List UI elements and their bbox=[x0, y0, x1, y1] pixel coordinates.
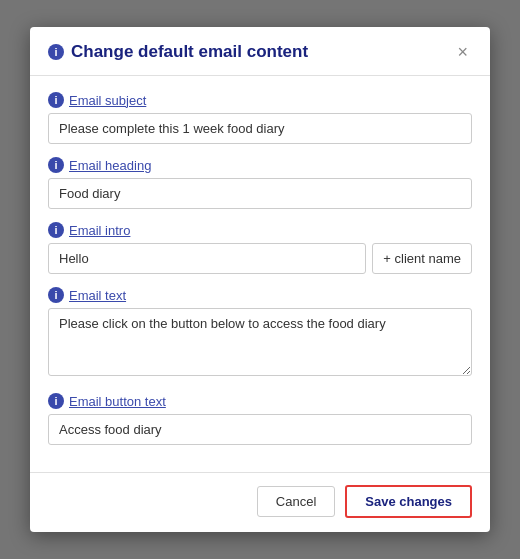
button-text-input[interactable] bbox=[48, 414, 472, 445]
modal-footer: Cancel Save changes bbox=[30, 472, 490, 532]
heading-field-group: i Email heading bbox=[48, 157, 472, 209]
text-info-icon: i bbox=[48, 287, 64, 303]
button-text-field-group: i Email button text bbox=[48, 393, 472, 445]
intro-input[interactable] bbox=[48, 243, 366, 274]
modal-title-text: Change default email content bbox=[71, 42, 308, 62]
button-text-info-icon: i bbox=[48, 393, 64, 409]
intro-field-group: i Email intro + client name bbox=[48, 222, 472, 274]
subject-label: i Email subject bbox=[48, 92, 472, 108]
subject-field-group: i Email subject bbox=[48, 92, 472, 144]
text-textarea[interactable]: Please click on the button below to acce… bbox=[48, 308, 472, 376]
modal-body: i Email subject i Email heading i Email … bbox=[30, 76, 490, 468]
text-label: i Email text bbox=[48, 287, 472, 303]
subject-input[interactable] bbox=[48, 113, 472, 144]
title-info-icon: i bbox=[48, 44, 64, 60]
heading-info-icon: i bbox=[48, 157, 64, 173]
client-name-button[interactable]: + client name bbox=[372, 243, 472, 274]
modal-dialog: i Change default email content × i Email… bbox=[30, 27, 490, 532]
cancel-button[interactable]: Cancel bbox=[257, 486, 335, 517]
intro-row: + client name bbox=[48, 243, 472, 274]
text-field-group: i Email text Please click on the button … bbox=[48, 287, 472, 380]
close-button[interactable]: × bbox=[453, 41, 472, 63]
modal-header: i Change default email content × bbox=[30, 27, 490, 76]
button-text-label: i Email button text bbox=[48, 393, 472, 409]
subject-info-icon: i bbox=[48, 92, 64, 108]
heading-label: i Email heading bbox=[48, 157, 472, 173]
modal-title: i Change default email content bbox=[48, 42, 308, 62]
save-changes-button[interactable]: Save changes bbox=[345, 485, 472, 518]
heading-input[interactable] bbox=[48, 178, 472, 209]
intro-label: i Email intro bbox=[48, 222, 472, 238]
intro-info-icon: i bbox=[48, 222, 64, 238]
